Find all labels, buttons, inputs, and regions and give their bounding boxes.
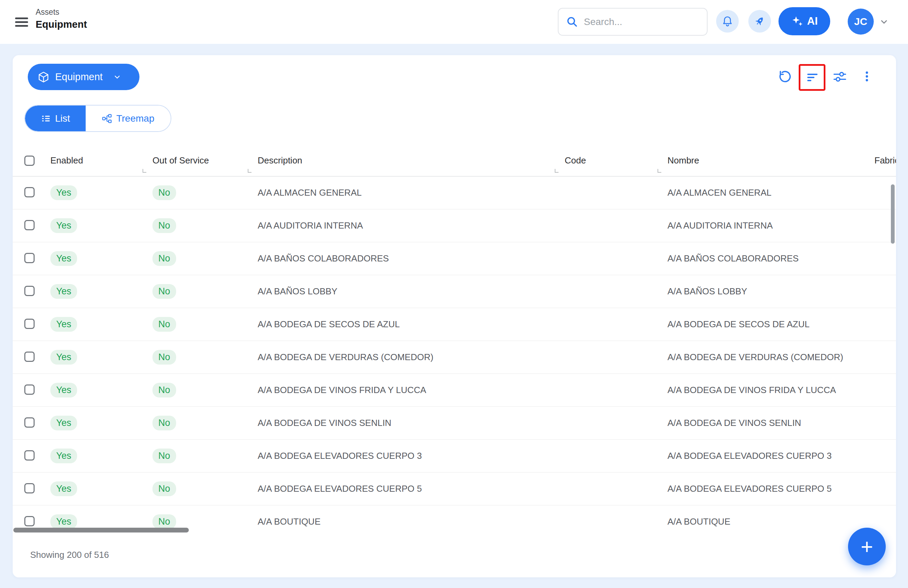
column-header-description[interactable]: Description	[258, 145, 565, 176]
search-input[interactable]	[584, 16, 701, 27]
table-row[interactable]: Yes No A/A BODEGA ELEVADORES CUERPO 5 A/…	[13, 472, 896, 506]
table-row[interactable]: Yes No A/A BAÑOS COLABORADORES A/A BAÑOS…	[13, 242, 896, 275]
table-row[interactable]: Yes No A/A BODEGA ELEVADORES CUERPO 3 A/…	[13, 440, 896, 472]
enabled-badge: Yes	[50, 350, 77, 364]
nombre-cell: A/A BAÑOS LOBBY	[668, 286, 874, 297]
out-of-service-badge: No	[153, 218, 176, 233]
app-header: Assets Equipment AI JC	[0, 0, 908, 44]
rocket-button[interactable]	[748, 10, 771, 32]
table-row[interactable]: Yes No A/A AUDITORIA INTERNA A/A AUDITOR…	[13, 209, 896, 242]
hamburger-menu-button[interactable]	[14, 14, 30, 30]
enabled-badge: Yes	[50, 383, 77, 398]
description-cell: A/A ALMACEN GENERAL	[258, 187, 565, 198]
nombre-cell: A/A ALMACEN GENERAL	[668, 187, 874, 198]
cube-icon	[37, 71, 50, 83]
chevron-down-icon[interactable]	[879, 17, 889, 27]
row-checkbox[interactable]	[24, 483, 35, 493]
column-header-enabled[interactable]: Enabled	[50, 145, 153, 176]
sliders-icon	[832, 69, 848, 85]
description-cell: A/A BODEGA DE VINOS FRIDA Y LUCCA	[258, 385, 565, 395]
out-of-service-badge: No	[153, 284, 176, 299]
select-all-checkbox[interactable]	[24, 156, 35, 166]
user-avatar[interactable]: JC	[848, 8, 874, 35]
out-of-service-badge: No	[153, 449, 176, 463]
column-header-code[interactable]: Code	[565, 145, 668, 176]
column-header-nombre[interactable]: Nombre	[668, 145, 874, 176]
refresh-icon	[777, 69, 792, 84]
search-icon	[566, 16, 578, 28]
asset-type-label: Equipment	[55, 71, 103, 82]
description-cell: A/A BOUTIQUE	[258, 516, 565, 527]
row-checkbox[interactable]	[24, 351, 35, 362]
content-card: Equipment	[13, 55, 896, 577]
ai-assistant-button[interactable]: AI	[779, 7, 830, 35]
filter-button[interactable]	[804, 69, 820, 86]
horizontal-scrollbar-thumb[interactable]	[13, 528, 189, 533]
page-title: Equipment	[35, 19, 87, 30]
row-checkbox[interactable]	[24, 417, 35, 428]
column-resize-handle[interactable]	[555, 169, 559, 173]
hamburger-icon	[15, 18, 29, 27]
bell-icon	[721, 15, 733, 27]
enabled-badge: Yes	[50, 514, 77, 529]
nombre-cell: A/A AUDITORIA INTERNA	[668, 220, 874, 231]
nombre-cell: A/A BODEGA ELEVADORES CUERPO 5	[668, 483, 874, 494]
nombre-cell: A/A BODEGA DE VINOS SENLIN	[668, 418, 874, 429]
tab-list[interactable]: List	[25, 106, 86, 131]
description-cell: A/A AUDITORIA INTERNA	[258, 220, 565, 231]
row-checkbox[interactable]	[24, 286, 35, 296]
tab-treemap[interactable]: Treemap	[86, 106, 171, 131]
table-row[interactable]: Yes No A/A BODEGA DE VINOS FRIDA Y LUCCA…	[13, 374, 896, 407]
column-header-fabricante[interactable]: Fabric	[874, 145, 896, 176]
table-row[interactable]: Yes No A/A BODEGA DE SECOS DE AZUL A/A B…	[13, 308, 896, 341]
ai-button-label: AI	[807, 15, 818, 27]
out-of-service-badge: No	[153, 185, 176, 200]
row-checkbox[interactable]	[24, 220, 35, 230]
breadcrumb: Assets Equipment	[35, 8, 87, 30]
table-row[interactable]: Yes No A/A ALMACEN GENERAL A/A ALMACEN G…	[13, 176, 896, 209]
column-resize-handle[interactable]	[143, 169, 146, 173]
row-checkbox[interactable]	[24, 187, 35, 197]
results-count: Showing 200 of 516	[30, 549, 109, 560]
nombre-cell: A/A BODEGA DE VINOS FRIDA Y LUCCA	[668, 385, 874, 395]
row-checkbox[interactable]	[24, 385, 35, 395]
column-resize-handle[interactable]	[248, 169, 251, 173]
rocket-icon	[754, 15, 765, 27]
out-of-service-badge: No	[153, 251, 176, 266]
table-row[interactable]: Yes No A/A BOUTIQUE A/A BOUTIQUE	[13, 506, 896, 530]
tab-treemap-label: Treemap	[116, 113, 154, 124]
add-asset-button[interactable]: +	[848, 528, 886, 565]
enabled-badge: Yes	[50, 416, 77, 430]
table-header: Enabled Out of Service Description Code …	[13, 145, 896, 176]
nombre-cell: A/A BODEGA ELEVADORES CUERPO 3	[668, 451, 874, 461]
description-cell: A/A BODEGA DE SECOS DE AZUL	[258, 319, 565, 330]
row-checkbox[interactable]	[24, 253, 35, 263]
vertical-scrollbar-thumb[interactable]	[891, 184, 895, 243]
list-icon	[41, 113, 51, 124]
column-header-out-of-service[interactable]: Out of Service	[153, 145, 258, 176]
enabled-badge: Yes	[50, 218, 77, 233]
table-row[interactable]: Yes No A/A BODEGA DE VERDURAS (COMEDOR) …	[13, 341, 896, 374]
out-of-service-badge: No	[153, 317, 176, 332]
row-checkbox[interactable]	[24, 516, 35, 526]
row-checkbox[interactable]	[24, 450, 35, 461]
refresh-button[interactable]	[776, 69, 793, 85]
description-cell: A/A BODEGA ELEVADORES CUERPO 3	[258, 451, 565, 461]
table-row[interactable]: Yes No A/A BODEGA DE VINOS SENLIN A/A BO…	[13, 407, 896, 440]
kebab-menu-icon	[859, 69, 874, 84]
column-resize-handle[interactable]	[657, 169, 661, 173]
avatar-initials: JC	[854, 16, 867, 27]
column-settings-button[interactable]	[832, 69, 848, 85]
row-checkbox[interactable]	[24, 319, 35, 329]
table-body: Yes No A/A ALMACEN GENERAL A/A ALMACEN G…	[13, 176, 896, 530]
annotation-filter-highlight	[799, 64, 826, 91]
notifications-button[interactable]	[716, 10, 739, 32]
breadcrumb-parent: Assets	[35, 8, 87, 17]
treemap-icon	[102, 113, 112, 124]
enabled-badge: Yes	[50, 482, 77, 496]
table-row[interactable]: Yes No A/A BAÑOS LOBBY A/A BAÑOS LOBBY	[13, 275, 896, 308]
chevron-down-icon	[113, 73, 121, 81]
more-options-button[interactable]	[859, 69, 875, 85]
description-cell: A/A BODEGA DE VERDURAS (COMEDOR)	[258, 352, 565, 362]
asset-type-dropdown[interactable]: Equipment	[28, 64, 140, 90]
